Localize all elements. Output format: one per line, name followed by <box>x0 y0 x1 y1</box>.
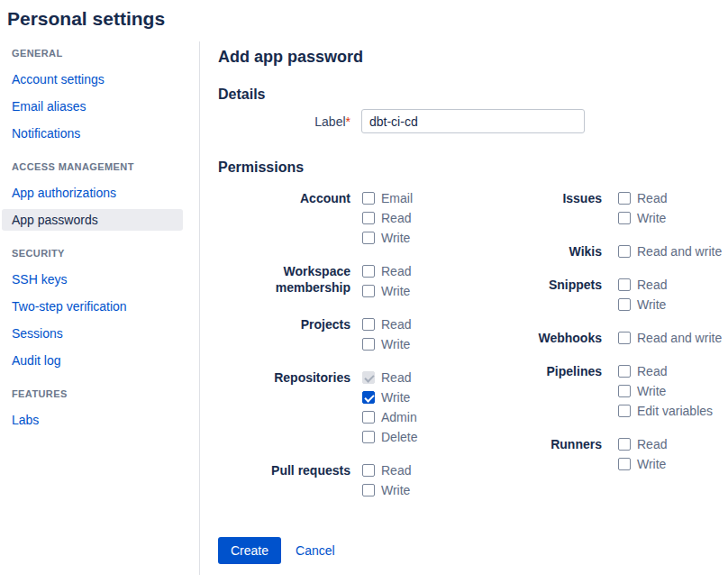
checkbox-pipelines-edit-variables[interactable] <box>618 405 631 417</box>
checkbox-snippets-read[interactable] <box>618 278 631 291</box>
perm-option-runners-write[interactable]: Write <box>618 454 667 474</box>
sidebar-item-sessions[interactable]: Sessions <box>2 323 183 344</box>
checkbox-label: Read <box>637 437 667 451</box>
checkbox-projects-read[interactable] <box>362 318 375 331</box>
perm-option-pipelines-read[interactable]: Read <box>618 361 713 381</box>
perm-option-repositories-write[interactable]: Write <box>362 387 417 407</box>
sidebar-item-account-settings[interactable]: Account settings <box>2 68 183 90</box>
sidebar-item-app-passwords[interactable]: App passwords <box>2 209 183 231</box>
checkbox-label: Write <box>637 297 666 312</box>
page-title: Personal settings <box>7 8 728 30</box>
checkbox-runners-read[interactable] <box>618 438 631 451</box>
checkbox-workspace-read[interactable] <box>362 265 375 278</box>
main-content: Add app password Details Label* Permissi… <box>200 41 728 575</box>
perm-option-pipelines-write[interactable]: Write <box>618 381 713 401</box>
checkbox-account-email[interactable] <box>362 192 375 205</box>
checkbox-projects-write[interactable] <box>362 338 375 351</box>
required-indicator: * <box>346 114 350 129</box>
sidebar-item-two-step-verification[interactable]: Two-step verification <box>2 296 183 317</box>
perm-group-label: Wikis <box>505 241 602 261</box>
perm-group-projects: Projects Read Write <box>218 314 505 354</box>
sidebar-section-general: GENERAL Account settings Email aliases N… <box>2 48 183 144</box>
perm-group-snippets: Snippets Read Write <box>505 275 728 314</box>
create-button[interactable]: Create <box>218 537 281 564</box>
checkbox-label: Write <box>381 390 410 405</box>
perm-option-workspace-read[interactable]: Read <box>362 261 411 281</box>
sidebar-item-app-authorizations[interactable]: App authorizations <box>2 182 183 204</box>
perm-option-account-read[interactable]: Read <box>362 208 413 228</box>
form-title: Add app password <box>218 48 728 67</box>
perm-option-account-write[interactable]: Write <box>362 228 413 248</box>
checkbox-label: Write <box>381 284 410 298</box>
perm-group-label: Runners <box>505 434 602 474</box>
perm-option-runners-read[interactable]: Read <box>618 434 667 454</box>
details-heading: Details <box>218 87 728 103</box>
sidebar-heading-security: SECURITY <box>12 248 183 260</box>
checkbox-account-read[interactable] <box>362 212 375 224</box>
perm-option-issues-write[interactable]: Write <box>618 208 667 228</box>
checkbox-repositories-admin[interactable] <box>362 411 375 424</box>
permissions-columns: Account Email Read <box>218 188 728 514</box>
perm-group-label: Snippets <box>505 275 602 314</box>
checkbox-pipelines-read[interactable] <box>618 365 631 378</box>
perm-option-snippets-read[interactable]: Read <box>618 275 667 295</box>
perm-option-account-email[interactable]: Email <box>362 188 413 208</box>
sidebar-section-security: SECURITY SSH keys Two-step verification … <box>2 248 183 371</box>
checkbox-account-write[interactable] <box>362 232 375 244</box>
sidebar-section-access-management: ACCESS MANAGEMENT App authorizations App… <box>2 161 183 231</box>
label-input[interactable] <box>361 109 585 133</box>
checkbox-pull-requests-write[interactable] <box>362 484 375 496</box>
perm-option-repositories-read[interactable]: Read <box>362 368 417 387</box>
cancel-link[interactable]: Cancel <box>296 543 335 558</box>
checkbox-issues-read[interactable] <box>618 192 631 205</box>
perm-group-issues: Issues Read Write <box>505 188 728 228</box>
sidebar-item-email-aliases[interactable]: Email aliases <box>2 96 183 117</box>
checkbox-webhooks-read-and-write[interactable] <box>618 332 631 344</box>
perm-group-pull-requests: Pull requests Read Write <box>218 460 505 500</box>
perm-option-issues-read[interactable]: Read <box>618 188 667 208</box>
checkbox-repositories-write[interactable] <box>362 391 375 404</box>
checkbox-repositories-read <box>362 371 375 384</box>
checkbox-label: Read <box>381 463 411 478</box>
checkbox-pipelines-write[interactable] <box>618 385 631 397</box>
checkbox-label: Read <box>381 211 411 225</box>
perm-group-label: Repositories <box>218 368 350 447</box>
settings-sidebar: GENERAL Account settings Email aliases N… <box>0 41 200 575</box>
checkbox-label: Read <box>637 364 667 378</box>
checkbox-repositories-delete[interactable] <box>362 431 375 443</box>
perm-group-account: Account Email Read <box>218 188 505 248</box>
layout: GENERAL Account settings Email aliases N… <box>0 41 728 575</box>
checkbox-label: Read <box>381 317 411 332</box>
checkbox-label: Read <box>381 264 411 278</box>
checkbox-snippets-write[interactable] <box>618 298 631 311</box>
checkbox-runners-write[interactable] <box>618 458 631 470</box>
checkbox-label: Write <box>381 231 410 245</box>
perm-option-workspace-write[interactable]: Write <box>362 281 411 301</box>
perm-group-label: Account <box>218 188 350 248</box>
perm-group-workspace-membership: Workspace membership Read Write <box>218 261 505 301</box>
perm-option-snippets-write[interactable]: Write <box>618 295 667 314</box>
perm-option-projects-read[interactable]: Read <box>362 314 411 334</box>
sidebar-item-audit-log[interactable]: Audit log <box>2 350 183 371</box>
perm-group-label: Pull requests <box>218 460 350 500</box>
checkbox-pull-requests-read[interactable] <box>362 464 375 477</box>
sidebar-item-ssh-keys[interactable]: SSH keys <box>2 269 183 290</box>
checkbox-issues-write[interactable] <box>618 212 631 224</box>
perm-group-label: Projects <box>218 314 350 354</box>
sidebar-item-notifications[interactable]: Notifications <box>2 123 183 144</box>
checkbox-workspace-write[interactable] <box>362 285 375 297</box>
perm-option-pull-requests-read[interactable]: Read <box>362 460 411 480</box>
perm-option-wikis-read-and-write[interactable]: Read and write <box>618 241 722 261</box>
perm-option-projects-write[interactable]: Write <box>362 334 411 354</box>
checkbox-label: Write <box>381 483 410 497</box>
perm-option-pull-requests-write[interactable]: Write <box>362 480 411 500</box>
perm-option-pipelines-edit-variables[interactable]: Edit variables <box>618 401 713 421</box>
label-text: Label <box>314 114 345 129</box>
perm-option-repositories-admin[interactable]: Admin <box>362 407 417 427</box>
perm-option-webhooks-read-and-write[interactable]: Read and write <box>618 328 722 348</box>
permissions-column-right: Issues Read Write <box>505 188 728 514</box>
checkbox-wikis-read-and-write[interactable] <box>618 245 631 258</box>
sidebar-heading-features: FEATURES <box>12 388 183 401</box>
perm-option-repositories-delete[interactable]: Delete <box>362 427 417 447</box>
sidebar-item-labs[interactable]: Labs <box>2 409 183 431</box>
